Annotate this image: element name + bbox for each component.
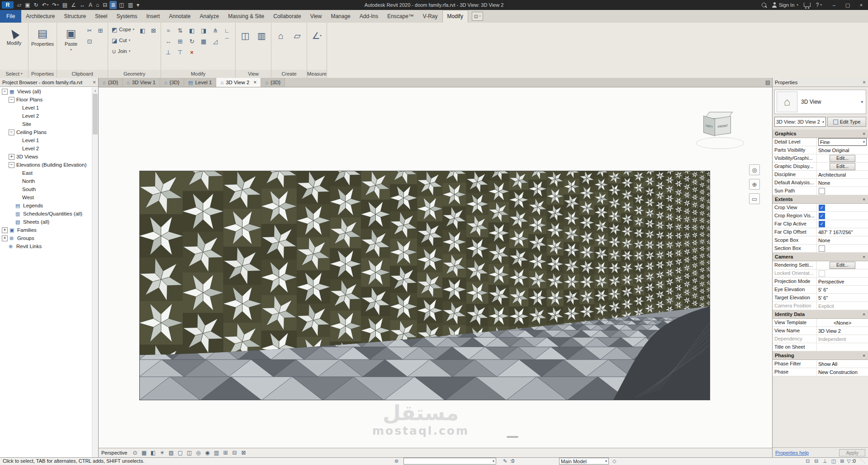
tab-list-icon[interactable]: ▤ [765,78,770,87]
drag-on-selection-toggle-icon[interactable]: ⊞ [838,458,846,464]
locked-orientat-checkbox[interactable] [819,270,825,277]
drawing-area[interactable]: مستقل mostaql.com LEFT FRONT ◎⊕▭ [99,87,772,448]
temporary-hide-isolate-icon[interactable]: ◎ [194,449,202,457]
align-icon[interactable]: ≈ [163,25,173,35]
hide-analytical-model-icon[interactable]: ⊞ [221,449,229,457]
split-element-icon[interactable]: ⋔ [210,25,220,35]
ribbon-panel-label-create[interactable]: Create [271,70,307,78]
sync-with-central-icon[interactable]: ↻ [33,1,40,9]
ribbon-panel-label-measure[interactable]: Measure [307,70,327,78]
tree-item-groups[interactable]: +⊞Groups [0,234,92,242]
model-display-icon[interactable]: ▦ [140,449,148,457]
zoom-icon[interactable]: ⊕ [749,179,760,190]
tree-item-level-1[interactable]: Level 1 [0,136,92,144]
thin-lines-icon[interactable]: ≣ [109,1,117,9]
apply-button[interactable]: Apply [839,449,865,456]
section-icon[interactable]: ⊟ [101,1,109,9]
tree-item-views-all[interactable]: −▦Views (all) [0,87,92,96]
undo-icon[interactable]: ↶▾ [41,1,50,9]
ribbon-tab-add-ins[interactable]: Add-Ins [355,10,383,23]
detail-level-combo[interactable]: Fine▾ [818,138,867,146]
create-group-button[interactable]: ⌂ [274,28,288,43]
section-graphics[interactable]: Graphics« [773,129,868,138]
properties-help-link[interactable]: Properties help [775,450,809,455]
expand-icon[interactable]: + [2,227,8,233]
view-tab-3d[interactable]: ⌂{3D} [99,78,123,87]
section-identity-data[interactable]: Identity Data« [773,310,868,319]
mirror-draw-axis-icon[interactable]: ◨ [199,25,209,35]
select-underlay-toggle-icon[interactable]: ⊟ [812,458,820,464]
expand-icon[interactable]: + [2,235,8,241]
ribbon-panel-label-geometry[interactable]: Geometry [108,70,161,78]
ribbon-tab-analyze[interactable]: Analyze [195,10,224,23]
scale-icon[interactable]: ◿ [210,36,220,46]
worksharing-display-icon[interactable]: ⊠ [239,449,247,457]
tree-item-elevations-building-elevation[interactable]: −Elevations (Building Elevation) [0,161,92,169]
tree-item-north[interactable]: North [0,177,92,185]
customize-quick-access-icon[interactable]: ▾ [135,1,141,9]
ribbon-tab-view[interactable]: View [306,10,327,23]
far-clip-active-checkbox[interactable]: ✓ [819,221,825,227]
type-selector[interactable]: ⌂ 3D View ▾ [774,90,866,114]
show-crop-region-icon[interactable]: ◫ [185,449,193,457]
crop-region-vis-checkbox[interactable]: ✓ [819,213,825,219]
measure-button[interactable]: ∠▾ [309,28,324,43]
select-links-toggle-icon[interactable]: ⊡ [804,458,811,464]
copy-to-clipboard-icon[interactable]: ⊞ [95,25,105,35]
scroll-up-icon[interactable]: ▴ [92,87,98,93]
paste-button[interactable]: ▣Paste▾ [59,24,83,52]
trim-corner-icon[interactable]: ∟ [222,25,232,35]
maximize-button[interactable]: ▢ [841,0,854,10]
ribbon-tab-structure[interactable]: Structure [59,10,90,23]
cope-button[interactable]: ◩Cope▾ [110,24,136,34]
ribbon-panel-label-view[interactable]: View [236,70,271,78]
collapse-section-icon[interactable]: « [862,132,867,135]
delete-icon[interactable]: × [187,47,197,57]
tree-item-schedules-quantities-all[interactable]: ▥Schedules/Quantities (all) [0,210,92,218]
close-view-tab-icon[interactable]: × [253,79,256,86]
ribbon-tab-enscape[interactable]: Enscape™ [383,10,418,23]
create-similar-button[interactable]: ▱ [290,28,304,43]
sun-path-checkbox[interactable] [819,188,825,194]
modify-tool-button[interactable]: Modify [2,24,26,46]
user-interface-icon[interactable]: ▥ [127,1,134,9]
view-instance-select[interactable]: 3D View: 3D View 2 ▾ [774,117,826,127]
ribbon-tab-file[interactable]: File [0,10,21,23]
shadows-icon[interactable]: ▨ [167,449,175,457]
tree-item-level-2[interactable]: Level 2 [0,112,92,120]
tree-item-legends[interactable]: ▤Legends [0,201,92,210]
ribbon-panel-label-properties[interactable]: Properties [28,70,57,78]
reveal-constraints-icon[interactable]: ⊟ [230,449,238,457]
match-type-properties-icon[interactable]: ⊡ [85,36,95,46]
demolish-icon[interactable]: ⊠ [148,25,158,35]
cut-geometry-button[interactable]: ◪Cut▾ [110,35,136,45]
view-cube-front-face[interactable]: FRONT [715,116,731,135]
ribbon-panel-label-clipboard[interactable]: Clipboard [57,70,108,78]
crop-view-icon[interactable]: ▢ [176,449,184,457]
aligned-dimension-icon[interactable]: ↔ [78,1,86,9]
ribbon-panel-label-select[interactable]: Select▾ [0,70,28,78]
close-panel-icon[interactable]: × [863,79,866,86]
ribbon-tab-v-ray[interactable]: V-Ray [418,10,442,23]
section-camera[interactable]: Camera« [773,253,868,261]
sign-in-button[interactable]: Sign In ▾ [772,2,798,8]
move-icon[interactable]: ↔ [163,36,173,46]
ribbon-tab-insert[interactable]: Insert [142,10,164,23]
steering-wheel-icon[interactable]: ◎ [749,164,760,175]
ribbon-tab-collaborate[interactable]: Collaborate [269,10,305,23]
design-options-select[interactable]: Main Model ▾ [559,458,609,465]
tree-item-revit-links[interactable]: ⊕Revit Links [0,242,92,250]
revit-logo[interactable]: R [2,1,14,9]
view-cube[interactable]: LEFT FRONT [699,111,740,150]
help-button[interactable]: ? ▾ [816,2,822,8]
pin-icon[interactable]: ⊥ [163,47,173,57]
filter-icon[interactable]: ▽ [847,458,850,464]
collapse-section-icon[interactable]: « [862,255,867,258]
view-tab-3d[interactable]: ⌂{3D} [160,78,184,87]
ribbon-tab-architecture[interactable]: Architecture [21,10,59,23]
collapse-icon[interactable]: − [9,162,14,168]
select-by-face-toggle-icon[interactable]: ◫ [830,458,837,464]
tree-item-level-1[interactable]: Level 1 [0,104,92,112]
collapse-icon[interactable]: − [2,89,8,95]
rot-icon[interactable]: ↻ [187,36,197,46]
